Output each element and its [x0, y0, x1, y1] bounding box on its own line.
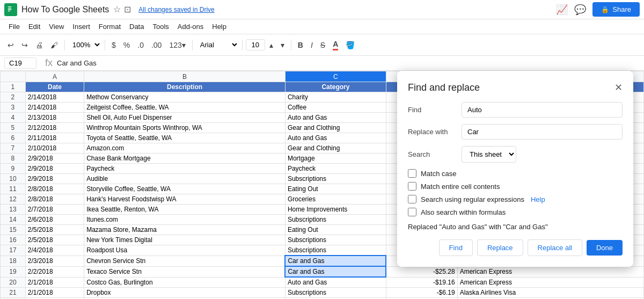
menu-help[interactable]: Help — [208, 20, 231, 33]
cell-date-7[interactable]: 2/9/2018 — [25, 164, 84, 174]
replace-button[interactable]: Replace — [477, 239, 523, 256]
cell-desc-11[interactable]: Ikea Seattle, Renton, WA — [84, 205, 286, 215]
cell-date-6[interactable]: 2/9/2018 — [25, 154, 84, 164]
cell-cat-6[interactable]: Mortgage — [285, 154, 386, 164]
decimal0-button[interactable]: .0 — [134, 39, 147, 51]
cell-date-0[interactable]: 2/14/2018 — [25, 92, 84, 103]
text-color-button[interactable]: A — [330, 38, 341, 52]
cell-desc-2[interactable]: Shell Oil, Auto Fuel Dispenser — [84, 113, 286, 123]
cell-cat-16[interactable]: Car and Gas — [285, 256, 386, 266]
replace-all-button[interactable]: Replace all — [528, 239, 582, 256]
cell-date-13[interactable]: 2/5/2018 — [25, 225, 84, 235]
undo-button[interactable]: ↩ — [4, 39, 17, 51]
cell-ref-input[interactable] — [4, 57, 36, 69]
menu-view[interactable]: View — [45, 20, 68, 33]
menu-tools[interactable]: Tools — [148, 20, 173, 33]
comments-icon[interactable]: 💬 — [574, 4, 586, 16]
format123-button[interactable]: 123▾ — [166, 39, 188, 51]
cell-desc-5[interactable]: Amazon.com — [84, 143, 286, 154]
close-dialog-button[interactable]: ✕ — [614, 82, 623, 93]
cell-date-10[interactable]: 2/8/2018 — [25, 194, 84, 205]
col-header-c[interactable]: C — [285, 71, 386, 82]
cell-cat-0[interactable]: Charity — [285, 92, 386, 103]
cell-cat-17[interactable]: Car and Gas — [285, 266, 386, 277]
redo-button[interactable]: ↪ — [18, 39, 31, 51]
cell-cat-10[interactable]: Groceries — [285, 194, 386, 205]
cell-cat-4[interactable]: Auto and Gas — [285, 133, 386, 143]
cell-date-1[interactable]: 2/14/2018 — [25, 103, 84, 113]
cell-cat-3[interactable]: Gear and Clothing — [285, 123, 386, 133]
cell-cat-2[interactable]: Auto and Gas — [285, 113, 386, 123]
print-button[interactable]: 🖨 — [32, 39, 46, 51]
folder-icon[interactable]: ⊡ — [124, 4, 131, 14]
cell-date-16[interactable]: 2/3/2018 — [25, 256, 84, 266]
cell-cat-5[interactable]: Gear and Clothing — [285, 143, 386, 154]
cell-date-14[interactable]: 2/5/2018 — [25, 235, 84, 245]
formulas-checkbox[interactable] — [408, 208, 416, 216]
font-select[interactable]: Arial — [196, 39, 239, 50]
share-button[interactable]: 🔒 Share — [592, 2, 640, 17]
cell-desc-10[interactable]: Hank's Harvest Foodstwisp WA — [84, 194, 286, 205]
font-size-up[interactable]: ▴ — [266, 39, 276, 51]
cell-desc-16[interactable]: Chevron Service Stn — [84, 256, 286, 266]
col-header-b[interactable]: B — [84, 71, 286, 82]
cell-desc-13[interactable]: Mazama Store, Mazama — [84, 225, 286, 235]
regex-checkbox[interactable] — [408, 195, 416, 203]
menu-addons[interactable]: Add-ons — [173, 20, 208, 33]
cell-desc-12[interactable]: Itunes.com — [84, 215, 286, 225]
cell-cat-1[interactable]: Coffee — [285, 103, 386, 113]
cell-desc-19[interactable]: Dropbox — [84, 288, 286, 298]
cell-date-9[interactable]: 2/8/2018 — [25, 184, 84, 194]
cell-cat-8[interactable]: Subscriptions — [285, 174, 386, 184]
bold-button[interactable]: B — [295, 39, 306, 51]
cell-cat-14[interactable]: Subscriptions — [285, 235, 386, 245]
menu-edit[interactable]: Edit — [24, 20, 45, 33]
cell-cat-11[interactable]: Home Improvements — [285, 205, 386, 215]
help-link[interactable]: Help — [531, 195, 545, 203]
done-button[interactable]: Done — [587, 240, 623, 256]
cell-date-8[interactable]: 2/9/2018 — [25, 174, 84, 184]
cell-desc-7[interactable]: Paycheck — [84, 164, 286, 174]
cell-date-4[interactable]: 2/11/2018 — [25, 133, 84, 143]
cell-date-12[interactable]: 2/6/2018 — [25, 215, 84, 225]
zoom-select[interactable]: 100% — [68, 39, 101, 50]
match-entire-checkbox[interactable] — [408, 182, 416, 191]
cell-desc-3[interactable]: Winthrop Mountain Sports Winthrop, WA — [84, 123, 286, 133]
cell-cat-13[interactable]: Eating Out — [285, 225, 386, 235]
cell-desc-14[interactable]: New York Times Digital — [84, 235, 286, 245]
autosave-link[interactable]: All changes saved in Drive — [138, 6, 214, 13]
cell-date-17[interactable]: 2/2/2018 — [25, 266, 84, 277]
cell-cat-18[interactable]: Auto and Gas — [285, 277, 386, 288]
font-size-input[interactable] — [246, 39, 265, 50]
menu-insert[interactable]: Insert — [68, 20, 94, 33]
cell-desc-17[interactable]: Texaco Service Stn — [84, 266, 286, 277]
italic-button[interactable]: I — [308, 39, 316, 51]
cell-desc-6[interactable]: Chase Bank Mortgage — [84, 154, 286, 164]
cell-date-19[interactable]: 2/1/2018 — [25, 288, 84, 298]
cell-date-11[interactable]: 2/7/2018 — [25, 205, 84, 215]
cell-desc-4[interactable]: Toyota of Seattle, Seattle, WA — [84, 133, 286, 143]
cell-date-2[interactable]: 2/13/2018 — [25, 113, 84, 123]
menu-format[interactable]: Format — [94, 20, 125, 33]
activity-icon[interactable]: 📈 — [556, 4, 568, 16]
cell-desc-18[interactable]: Costco Gas, Burlington — [84, 277, 286, 288]
cell-cat-19[interactable]: Subscriptions — [285, 288, 386, 298]
strikethrough-button[interactable]: S — [317, 39, 328, 51]
fill-color-button[interactable]: 🪣 — [342, 39, 358, 51]
cell-cat-15[interactable]: Subscriptions — [285, 245, 386, 256]
paint-format-button[interactable]: 🖌 — [47, 39, 61, 51]
percent-button[interactable]: % — [120, 39, 133, 51]
decimal00-button[interactable]: .00 — [148, 39, 165, 51]
star-icon[interactable]: ☆ — [113, 4, 121, 14]
font-size-down[interactable]: ▾ — [277, 39, 288, 51]
cell-desc-9[interactable]: Storyville Coffee, Seattle, WA — [84, 184, 286, 194]
menu-data[interactable]: Data — [125, 20, 148, 33]
cell-date-18[interactable]: 2/1/2018 — [25, 277, 84, 288]
currency-button[interactable]: $ — [108, 39, 119, 51]
cell-date-3[interactable]: 2/12/2018 — [25, 123, 84, 133]
search-select[interactable]: This sheet All sheets — [462, 146, 516, 163]
cell-cat-12[interactable]: Subscriptions — [285, 215, 386, 225]
cell-desc-1[interactable]: Zeitgeist Coffee, Seattle, WA — [84, 103, 286, 113]
col-header-a[interactable]: A — [25, 71, 84, 82]
menu-file[interactable]: File — [4, 20, 24, 33]
